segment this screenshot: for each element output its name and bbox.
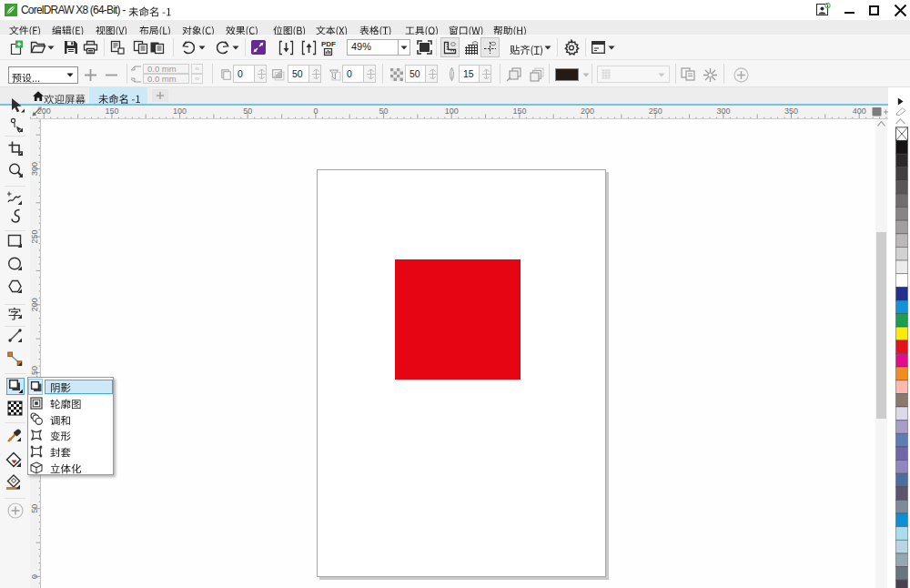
svg-text:0: 0 <box>313 106 318 116</box>
svg-text:250: 250 <box>30 230 39 244</box>
svg-text:50: 50 <box>243 106 252 116</box>
svg-text:200: 200 <box>581 106 594 116</box>
svg-text:150: 150 <box>105 106 118 116</box>
svg-text:150: 150 <box>512 106 526 116</box>
svg-text:50: 50 <box>379 106 389 116</box>
svg-text:300: 300 <box>716 106 730 116</box>
svg-text:PDF: PDF <box>321 40 336 48</box>
svg-text:200: 200 <box>30 298 39 311</box>
svg-text:100: 100 <box>173 106 187 116</box>
svg-text:0: 0 <box>30 574 39 579</box>
svg-text:400: 400 <box>853 106 866 116</box>
svg-text:100: 100 <box>445 106 459 116</box>
svg-text:200: 200 <box>37 106 51 116</box>
svg-text:300: 300 <box>30 162 39 176</box>
svg-text:250: 250 <box>649 106 662 116</box>
svg-text:350: 350 <box>784 106 798 116</box>
svg-text:50: 50 <box>30 504 39 513</box>
